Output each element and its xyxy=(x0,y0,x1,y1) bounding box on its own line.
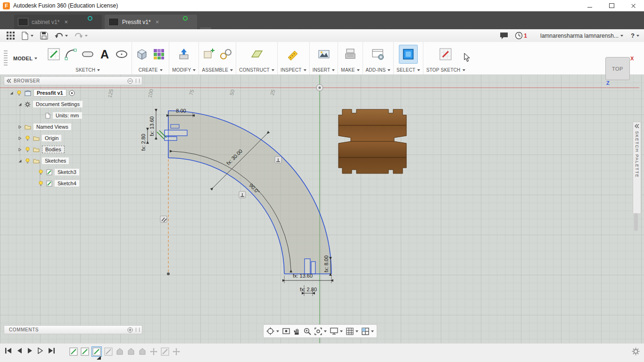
tree-row-named-views[interactable]: Named Views xyxy=(18,123,71,131)
group-label-create[interactable]: CREATE xyxy=(139,67,163,73)
step-back-icon[interactable] xyxy=(17,347,23,354)
press-pull-icon[interactable] xyxy=(177,47,191,61)
timeline-feature-move[interactable] xyxy=(172,347,181,356)
visibility-bulb-icon[interactable] xyxy=(38,181,44,187)
select-tool-button[interactable] xyxy=(399,45,418,64)
scripts-addins-icon[interactable] xyxy=(371,47,385,61)
make-3dprint-icon[interactable] xyxy=(343,47,357,61)
tree-row-sketch3[interactable]: Sketch3 xyxy=(38,168,79,176)
viewcube-face-label[interactable]: TOP xyxy=(612,66,623,72)
collapse-panel-icon[interactable] xyxy=(7,79,11,83)
timeline-feature-sketch[interactable] xyxy=(80,347,90,356)
timeline-feature-suppressed[interactable] xyxy=(104,347,113,356)
comment-button[interactable] xyxy=(500,32,508,40)
timeline-feature-sketch-active[interactable] xyxy=(91,346,102,357)
browser-header[interactable]: BROWSER xyxy=(4,76,142,85)
joint-icon[interactable] xyxy=(219,47,233,61)
insert-image-icon[interactable] xyxy=(317,47,331,61)
sketch-palette-collapsed-tab[interactable]: SKETCH PALETTE xyxy=(633,122,641,214)
create-solid-icon[interactable] xyxy=(135,47,149,61)
group-label-select[interactable]: SELECT xyxy=(396,67,420,73)
tree-row-document-settings[interactable]: Document Settings xyxy=(18,100,83,108)
group-label-make[interactable]: MAKE xyxy=(341,67,359,73)
timeline-playhead[interactable] xyxy=(97,356,101,360)
fit-button[interactable] xyxy=(314,328,327,335)
expanded-arrow-icon[interactable] xyxy=(18,102,22,107)
perpendicular-constraint-icon[interactable] xyxy=(239,191,246,198)
create-sketch-icon[interactable] xyxy=(47,47,61,61)
close-button[interactable] xyxy=(622,0,644,11)
toolbar-grip-handle[interactable] xyxy=(4,50,8,66)
timeline-settings-button[interactable] xyxy=(632,347,640,357)
timeline-feature-move[interactable] xyxy=(149,347,158,356)
create-form-icon[interactable] xyxy=(152,47,166,61)
timeline-feature-suppressed[interactable] xyxy=(126,347,136,356)
display-settings-button[interactable] xyxy=(330,328,343,335)
workspace-switcher[interactable]: MODEL xyxy=(0,42,44,74)
arc-tool-icon[interactable] xyxy=(64,47,78,61)
tree-item-label[interactable]: Sketch3 xyxy=(55,169,79,175)
stop-sketch-button[interactable]: STOP SKETCH xyxy=(423,42,468,74)
tab-pressfit[interactable]: Pressfit v1* × xyxy=(105,15,197,29)
group-label-sketch[interactable]: SKETCH xyxy=(75,67,100,73)
play-icon[interactable] xyxy=(27,347,33,354)
timeline-feature-suppressed[interactable] xyxy=(115,347,124,356)
construction-plane-icon[interactable] xyxy=(250,47,264,61)
group-label-addins[interactable]: ADD-INS xyxy=(366,67,391,73)
file-menu-button[interactable] xyxy=(21,32,33,40)
dim-bottom-thickness[interactable]: fx: 2.80 xyxy=(300,287,317,292)
active-component-radio-icon[interactable] xyxy=(69,90,75,96)
tree-row-origin[interactable]: Origin xyxy=(18,134,61,142)
viewcube[interactable]: TOP xyxy=(605,57,630,80)
scrollbar-thumb[interactable] xyxy=(634,213,638,231)
tree-item-label[interactable]: Sketches xyxy=(42,157,69,164)
app-grid-button[interactable] xyxy=(7,32,15,40)
group-label-construct[interactable]: CONSTRUCT xyxy=(239,67,274,73)
step-forward-icon[interactable] xyxy=(37,347,43,354)
group-label-assemble[interactable]: ASSEMBLE xyxy=(202,67,233,73)
visibility-bulb-icon[interactable] xyxy=(25,147,31,153)
expanded-arrow-icon[interactable] xyxy=(9,91,14,95)
sketch-profile-region[interactable] xyxy=(168,111,331,274)
timeline-feature-suppressed[interactable] xyxy=(160,347,170,356)
pan-button[interactable] xyxy=(293,328,300,335)
plus-circle-icon[interactable] xyxy=(127,327,133,333)
visibility-bulb-icon[interactable] xyxy=(38,169,44,175)
zoom-button[interactable] xyxy=(304,328,311,335)
wood-pressfit-body[interactable] xyxy=(339,109,406,173)
group-label-insert[interactable]: INSERT xyxy=(313,67,335,73)
sketch-center-point[interactable] xyxy=(167,272,170,275)
collapsed-arrow-icon[interactable] xyxy=(18,125,22,129)
help-button[interactable]: ? xyxy=(631,32,639,39)
text-tool-icon[interactable]: A xyxy=(98,47,112,61)
tree-row-sketch4[interactable]: Sketch4 xyxy=(38,179,79,188)
viewports-button[interactable] xyxy=(362,328,374,335)
comments-header[interactable]: COMMENTS xyxy=(4,325,142,334)
go-to-end-icon[interactable] xyxy=(48,347,55,354)
visibility-bulb-icon[interactable] xyxy=(16,90,22,96)
user-account-button[interactable]: lamnarensharma lamnarensh... xyxy=(540,33,623,39)
collapsed-arrow-icon[interactable] xyxy=(18,148,22,152)
dim-right-width[interactable]: fx: 8.00 xyxy=(323,255,329,272)
panel-resize-handle[interactable] xyxy=(136,79,140,83)
go-to-start-icon[interactable] xyxy=(5,347,12,354)
tree-row-sketches[interactable]: Sketches xyxy=(18,156,69,165)
redo-button[interactable] xyxy=(74,33,88,39)
ellipse-tool-icon[interactable] xyxy=(115,47,129,61)
grid-settings-button[interactable] xyxy=(346,328,358,335)
job-status-button[interactable]: 1 xyxy=(515,32,527,40)
tree-item-label[interactable]: Bodies xyxy=(42,146,65,153)
parallel-constraint-icon[interactable] xyxy=(160,216,167,222)
tab-cabinet[interactable]: cabinet v1* × xyxy=(14,15,102,29)
component-name[interactable]: Pressfit v1 xyxy=(33,89,66,97)
timeline-feature-suppressed[interactable] xyxy=(138,347,147,356)
tree-item-label[interactable]: Origin xyxy=(42,135,61,141)
tree-item-label[interactable]: Sketch4 xyxy=(55,180,79,187)
measure-icon[interactable] xyxy=(286,47,300,61)
orbit-button[interactable] xyxy=(266,327,279,335)
timeline-feature-sketch[interactable] xyxy=(69,347,78,356)
tab-close-icon[interactable]: × xyxy=(64,19,68,25)
look-at-button[interactable] xyxy=(282,328,290,335)
tab-close-icon[interactable]: × xyxy=(156,19,159,25)
perpendicular-constraint-icon[interactable] xyxy=(275,156,281,163)
